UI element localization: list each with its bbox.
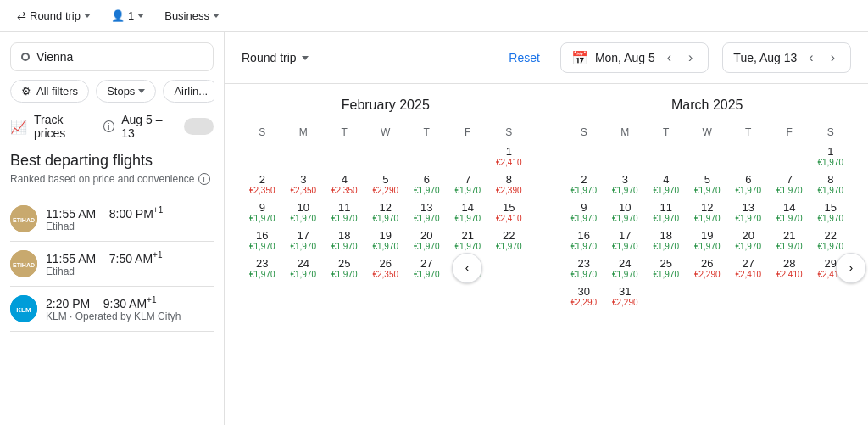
class-dropdown[interactable]: Business: [158, 6, 226, 25]
calendar-day[interactable]: 25€1,970: [324, 254, 365, 282]
calendar-day[interactable]: 10€1,970: [604, 198, 646, 226]
calendar-day-empty: [769, 282, 810, 310]
calendar-day[interactable]: 11€1,970: [646, 198, 687, 226]
february-body: 1€2,4102€2,3503€2,3504€2,3505€2,2906€1,9…: [242, 142, 530, 282]
svg-text:ETIHAD: ETIHAD: [13, 262, 35, 268]
track-prices-toggle[interactable]: [184, 118, 214, 135]
end-date-prev[interactable]: ‹: [804, 48, 818, 67]
passengers-dropdown[interactable]: 👤 1: [104, 6, 151, 25]
flight-card-2[interactable]: ETIHAD 11:55 AM – 7:50 AM+1 Etihad: [10, 242, 214, 287]
ranked-info-icon[interactable]: i: [198, 173, 210, 185]
calendar-day[interactable]: 8€2,390: [488, 170, 530, 198]
calendar-day[interactable]: 5€2,290: [365, 170, 407, 198]
calendar-day[interactable]: 24€1,970: [283, 254, 325, 282]
calendar-day[interactable]: 16€1,970: [564, 226, 605, 254]
calendar-week-row: 23€1,97024€1,97025€1,97026€2,35027€1,970…: [242, 254, 530, 282]
calendar-day[interactable]: 20€1,970: [728, 226, 770, 254]
calendar-next-button[interactable]: ›: [836, 253, 866, 283]
calendar-day[interactable]: 7€1,970: [769, 170, 810, 198]
calendar-day[interactable]: 22€1,970: [810, 226, 852, 254]
calendar-day[interactable]: 4€2,350: [324, 170, 365, 198]
calendar-day[interactable]: 1€2,410: [488, 142, 530, 170]
day-price: €1,970: [688, 214, 726, 223]
calendar-day[interactable]: 16€1,970: [242, 226, 283, 254]
start-date-prev[interactable]: ‹: [662, 48, 676, 67]
calendar-day[interactable]: 15€2,410: [488, 198, 530, 226]
calendar-day[interactable]: 11€1,970: [324, 198, 365, 226]
calendar-day[interactable]: 18€1,970: [324, 226, 365, 254]
calendar-day[interactable]: 9€1,970: [564, 198, 605, 226]
calendar-day[interactable]: 25€1,970: [646, 254, 687, 282]
day-price: €1,970: [688, 186, 726, 195]
calendar-day[interactable]: 2€2,350: [242, 170, 283, 198]
calendar-day[interactable]: 2€1,970: [564, 170, 605, 198]
day-price: €1,970: [243, 270, 281, 279]
calendar-day[interactable]: 13€1,970: [728, 198, 770, 226]
february-grid: SMTWTFS 1€2,4102€2,3503€2,3504€2,3505€2,…: [242, 123, 530, 282]
info-icon[interactable]: i: [103, 120, 115, 132]
calendar-day[interactable]: 17€1,970: [604, 226, 646, 254]
calendar-day[interactable]: 26€2,290: [687, 254, 728, 282]
reset-button[interactable]: Reset: [502, 51, 547, 64]
calendar-day[interactable]: 31€2,290: [604, 282, 646, 310]
day-price: €1,970: [648, 186, 686, 195]
day-price: €2,350: [285, 186, 323, 195]
calendar-day[interactable]: 8€1,970: [810, 170, 852, 198]
origin-input[interactable]: Vienna: [10, 42, 214, 71]
calendar-day[interactable]: 27€1,970: [406, 254, 448, 282]
all-filters-button[interactable]: ⚙ All filters: [10, 80, 89, 103]
day-price: €1,970: [771, 214, 809, 223]
day-number: 21: [462, 229, 474, 242]
track-prices-date: Aug 5 – 13: [121, 113, 177, 140]
day-price: €1,970: [606, 242, 644, 251]
calendar-day[interactable]: 18€1,970: [646, 226, 687, 254]
calendar-day[interactable]: 12€1,970: [687, 198, 728, 226]
calendar-day[interactable]: 19€1,970: [687, 226, 728, 254]
calendar-day[interactable]: 13€1,970: [406, 198, 448, 226]
calendar-prev-button[interactable]: ‹: [452, 253, 482, 283]
flight-card-1[interactable]: ETIHAD 11:55 AM – 8:00 PM+1 Etihad: [10, 197, 214, 242]
stops-filter-button[interactable]: Stops: [96, 80, 156, 103]
calendar-day[interactable]: 1€1,970: [810, 142, 852, 170]
calendar-day[interactable]: 4€1,970: [646, 170, 687, 198]
february-header: SMTWTFS: [242, 123, 530, 142]
end-date-next[interactable]: ›: [826, 48, 840, 67]
calendar-day[interactable]: 27€2,410: [728, 254, 770, 282]
round-trip-dropdown[interactable]: ⇄ Round trip: [10, 6, 97, 25]
day-header: T: [646, 123, 687, 142]
calendar-day[interactable]: 26€2,350: [365, 254, 407, 282]
calendar-day[interactable]: 3€1,970: [604, 170, 646, 198]
calendar-day[interactable]: 23€1,970: [564, 254, 605, 282]
calendar-day[interactable]: 12€1,970: [365, 198, 407, 226]
calendar-day[interactable]: 30€2,290: [564, 282, 605, 310]
trip-type-select[interactable]: Round trip: [242, 51, 309, 64]
calendar-day[interactable]: 6€1,970: [406, 170, 448, 198]
calendar-day[interactable]: 15€1,970: [810, 198, 852, 226]
start-date-next[interactable]: ›: [683, 48, 698, 67]
day-number: 7: [465, 173, 470, 186]
calendar-day[interactable]: 24€1,970: [604, 254, 646, 282]
calendar-day[interactable]: 6€1,970: [728, 170, 770, 198]
calendar-week-row: 1€1,970: [564, 142, 852, 170]
flight-card-3[interactable]: KLM 2:20 PM – 9:30 AM+1 KLM · Operated b…: [10, 287, 214, 332]
calendar-day[interactable]: 28€2,410: [769, 254, 810, 282]
calendar-day[interactable]: 14€1,970: [448, 198, 489, 226]
airlines-filter-button[interactable]: Airlin...: [163, 80, 214, 103]
day-price: €2,290: [688, 270, 726, 279]
calendar-day[interactable]: 14€1,970: [769, 198, 810, 226]
calendar-day[interactable]: 21€1,970: [769, 226, 810, 254]
day-price: €1,970: [326, 242, 364, 251]
calendar-day[interactable]: 7€1,970: [448, 170, 489, 198]
calendar-day[interactable]: 9€1,970: [242, 198, 283, 226]
calendar-day[interactable]: 10€1,970: [283, 198, 325, 226]
calendar-day[interactable]: 3€2,350: [283, 170, 325, 198]
calendar-day[interactable]: 22€1,970: [488, 226, 530, 254]
calendar-day[interactable]: 20€1,970: [406, 226, 448, 254]
calendar-day[interactable]: 19€1,970: [365, 226, 407, 254]
airlines-label: Airlin...: [174, 85, 208, 98]
calendar-day[interactable]: 21€1,970: [448, 226, 489, 254]
calendar-day[interactable]: 23€1,970: [242, 254, 283, 282]
calendar-day[interactable]: 17€1,970: [283, 226, 325, 254]
calendar-day[interactable]: 5€1,970: [687, 170, 728, 198]
day-number: 14: [462, 201, 474, 214]
